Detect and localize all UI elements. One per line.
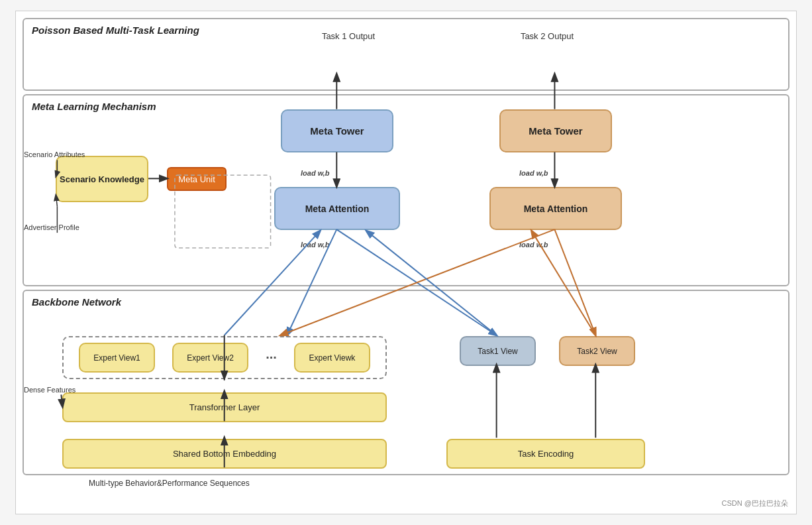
task1-output-label: Task 1 Output — [309, 31, 388, 41]
backbone-label: Backbone Network — [32, 296, 121, 308]
scenario-attrs-label: Scenario Attributes — [24, 150, 85, 158]
task-encoding-box: Task Encoding — [446, 439, 645, 469]
load-wb-2: load w,b — [301, 241, 330, 249]
task1-view-box: Task1 View — [460, 336, 536, 366]
load-wb-3: load w,b — [519, 169, 548, 177]
advertiser-profile-label: Advertiser Profile — [24, 223, 79, 231]
dense-features-label: Dense Features — [24, 386, 76, 394]
diagram-container: Poisson Based Multi-Task Learning Task 1… — [15, 11, 797, 514]
section-poisson: Poisson Based Multi-Task Learning Task 1… — [23, 18, 789, 91]
load-wb-1: load w,b — [301, 169, 330, 177]
meta-tower-2-box: Meta Tower — [499, 109, 612, 152]
meta-attention-2-box: Meta Attention — [489, 187, 622, 230]
sequences-label: Multi-type Behavior&Performance Sequence… — [89, 479, 250, 488]
expert-viewk-box: Expert Viewk — [294, 343, 370, 373]
task2-view-box: Task2 View — [559, 336, 635, 366]
expert-views-container: Expert View1 Expert View2 ··· Expert Vie… — [62, 336, 387, 379]
meta-unit-box: Meta Unit — [167, 167, 227, 191]
meta-tower-1-box: Meta Tower — [281, 109, 393, 152]
task2-output-label: Task 2 Output — [507, 31, 587, 41]
poisson-label: Poisson Based Multi-Task Learning — [32, 25, 199, 36]
meta-label: Meta Learning Mechanism — [32, 101, 156, 112]
dots: ··· — [266, 350, 277, 365]
shared-bottom-box: Shared Bottom Embedding — [62, 439, 387, 469]
expert-view1-box: Expert View1 — [79, 343, 155, 373]
watermark: CSDN @巴拉巴拉朵 — [722, 498, 788, 508]
load-wb-4: load w,b — [519, 241, 548, 249]
meta-attention-1-box: Meta Attention — [274, 187, 400, 230]
transformer-box: Transformer Layer — [62, 392, 387, 422]
expert-view2-box: Expert View2 — [172, 343, 248, 373]
scenario-knowledge-box: Scenario Knowledge — [56, 156, 148, 202]
